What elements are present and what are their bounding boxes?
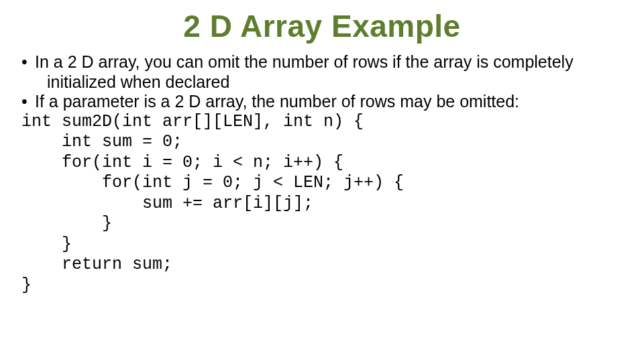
bullet-1-continuation: initialized when declared bbox=[20, 72, 624, 93]
bullet-item-1: In a 2 D array, you can omit the number … bbox=[20, 52, 624, 72]
slide: 2 D Array Example In a 2 D array, you ca… bbox=[0, 0, 644, 362]
bullet-1-line-1: In a 2 D array, you can omit the number … bbox=[35, 52, 574, 71]
slide-title: 2 D Array Example bbox=[0, 0, 644, 50]
slide-body: In a 2 D array, you can omit the number … bbox=[0, 50, 644, 296]
code-block: int sum2D(int arr[][LEN], int n) { int s… bbox=[20, 112, 624, 296]
bullet-item-2: If a parameter is a 2 D array, the numbe… bbox=[20, 92, 624, 112]
bullet-2-text: If a parameter is a 2 D array, the numbe… bbox=[35, 92, 519, 111]
